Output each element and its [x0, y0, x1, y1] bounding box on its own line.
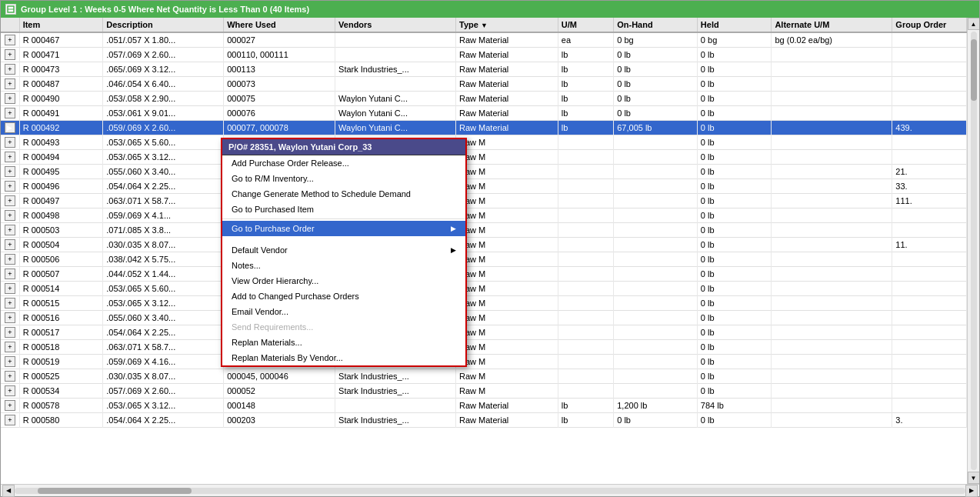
col-header-description[interactable]: Description — [103, 18, 224, 32]
context-menu-item[interactable]: Replan Materials By Vendor... — [222, 350, 465, 365]
scroll-right-button[interactable]: ▶ — [965, 485, 978, 497]
table-row[interactable]: +R 000494.053/.065 X 3.12...000081, 0000… — [1, 150, 967, 165]
expand-cell[interactable]: + — [1, 223, 19, 238]
expand-button[interactable]: + — [5, 269, 15, 279]
expand-cell[interactable]: + — [1, 369, 19, 384]
table-row[interactable]: +R 000498.059/.069 X 4.1...Raw M0 lb — [1, 208, 967, 223]
col-header-where-used[interactable]: Where Used — [224, 18, 335, 32]
expand-button[interactable]: + — [5, 210, 15, 221]
expand-cell[interactable]: + — [1, 399, 19, 413]
expand-cell[interactable]: + — [1, 267, 19, 282]
col-header-item[interactable]: Item — [19, 18, 103, 32]
context-menu-item[interactable]: Replan Materials... — [222, 335, 465, 350]
expand-button[interactable]: + — [5, 415, 15, 425]
expand-cell[interactable]: + — [1, 208, 19, 223]
table-row[interactable]: +R 000487.046/.054 X 6.40...000073Raw Ma… — [1, 77, 967, 92]
table-row[interactable]: +R 000491.053/.061 X 9.01...000076Waylon… — [1, 106, 967, 121]
expand-cell[interactable]: ▶ — [1, 121, 19, 135]
table-row[interactable]: +R 000473.065/.069 X 3.12...000113Stark … — [1, 62, 967, 77]
table-row[interactable]: +R 000493.053/.065 X 5.60...000079, 0000… — [1, 135, 967, 150]
expand-cell[interactable]: + — [1, 355, 19, 369]
expand-button[interactable]: + — [5, 239, 15, 250]
expand-cell[interactable]: + — [1, 194, 19, 208]
expand-button[interactable]: + — [5, 64, 15, 75]
expand-cell[interactable]: + — [1, 77, 19, 92]
col-header-altum[interactable]: Alternate U/M — [772, 18, 892, 32]
expand-cell[interactable]: + — [1, 296, 19, 311]
context-menu-item[interactable]: Add Purchase Order Release... — [222, 155, 465, 171]
table-row[interactable]: +R 000495.055/.060 X 3.40...000083Waylon… — [1, 165, 967, 179]
scroll-track-v[interactable] — [971, 32, 977, 470]
table-row[interactable]: +R 000534.057/.069 X 2.60...000052Stark … — [1, 384, 967, 399]
expand-button[interactable]: + — [5, 93, 15, 104]
table-row[interactable]: +R 000516.055/.060 X 3.40...000195Stark … — [1, 311, 967, 325]
expand-button[interactable]: + — [5, 35, 15, 45]
expand-button[interactable]: + — [5, 78, 15, 89]
expand-button[interactable]: + — [5, 283, 15, 294]
expand-cell[interactable]: + — [1, 311, 19, 325]
context-menu-item[interactable]: Add to Changed Purchase Orders — [222, 289, 465, 304]
expand-cell[interactable]: + — [1, 282, 19, 296]
context-menu-item[interactable]: Change Generate Method to Schedule Deman… — [222, 186, 465, 202]
expand-button[interactable]: + — [5, 385, 15, 396]
expand-cell[interactable]: + — [1, 48, 19, 62]
table-row[interactable]: +R 000525.030/.035 X 8.07...000045, 0000… — [1, 369, 967, 384]
table-row[interactable]: +R 000496.054/.064 X 2.25...P2632250Wayl… — [1, 179, 967, 194]
table-row[interactable]: +R 000497.063/.071 X 58.7...000085, 0000… — [1, 194, 967, 208]
expand-button[interactable]: + — [5, 225, 15, 235]
table-row[interactable]: +R 000578.053/.065 X 3.12...000148Raw Ma… — [1, 399, 967, 413]
table-row[interactable]: +R 000471.057/.069 X 2.60...000110, 0001… — [1, 48, 967, 62]
expand-button[interactable]: + — [5, 342, 15, 352]
scroll-up-button[interactable]: ▲ — [968, 18, 980, 30]
expand-button[interactable]: + — [5, 152, 15, 162]
table-row[interactable]: +R 000514.053/.065 X 5.60...000192, 0001… — [1, 282, 967, 296]
context-menu-item[interactable] — [222, 236, 465, 242]
expand-button[interactable]: + — [5, 400, 15, 411]
expand-cell[interactable]: + — [1, 106, 19, 121]
table-row[interactable]: +R 000506.038/.042 X 5.75...000097, 0000… — [1, 252, 967, 267]
table-row[interactable]: +R 000515.053/.065 X 3.12...000194Stark … — [1, 296, 967, 311]
vertical-scrollbar[interactable]: ▲ ▼ — [967, 18, 979, 484]
expand-cell[interactable]: + — [1, 413, 19, 428]
expand-cell[interactable]: + — [1, 135, 19, 150]
table-row[interactable]: +R 000580.054/.064 X 2.25...000203Stark … — [1, 413, 967, 428]
scroll-left-button[interactable]: ◀ — [2, 485, 15, 497]
table-row[interactable]: +R 000504.030/.035 X 8.07...000095Waylon… — [1, 238, 967, 252]
col-header-onhand[interactable]: On-Hand — [614, 18, 698, 32]
table-row[interactable]: +R 000490.053/.058 X 2.90...000075Waylon… — [1, 92, 967, 106]
col-header-type[interactable]: Type ▼ — [456, 18, 558, 32]
expand-button[interactable]: + — [5, 49, 15, 60]
scroll-thumb-v[interactable] — [971, 39, 977, 101]
expand-cell[interactable]: + — [1, 325, 19, 340]
context-menu-item[interactable]: Go to Purchase Order▶ — [222, 221, 465, 236]
context-menu-item[interactable]: Notes... — [222, 258, 465, 273]
expand-cell[interactable]: + — [1, 165, 19, 179]
context-menu-item[interactable]: View Order Hierarchy... — [222, 273, 465, 289]
expand-cell[interactable]: + — [1, 340, 19, 355]
col-header-grouporder[interactable]: Group Order — [892, 18, 967, 32]
expand-button[interactable]: + — [5, 166, 15, 177]
context-menu-item[interactable]: Go to Purchased Item — [222, 202, 465, 217]
expand-cell[interactable]: + — [1, 62, 19, 77]
expand-cell[interactable]: + — [1, 150, 19, 165]
expand-cell[interactable]: + — [1, 252, 19, 267]
table-row[interactable]: +R 000503.071/.085 X 3.8...Raw M0 lb — [1, 223, 967, 238]
expand-button[interactable]: + — [5, 195, 15, 206]
context-menu-item[interactable]: Default Vendor▶ — [222, 242, 465, 258]
col-header-held[interactable]: Held — [697, 18, 772, 32]
expand-button[interactable]: + — [5, 312, 15, 323]
horizontal-scrollbar[interactable]: ◀ ▶ — [1, 484, 979, 496]
table-container[interactable]: Item Description Where Used Vendors Type… — [1, 18, 967, 484]
context-menu-item[interactable]: Email Vendor... — [222, 304, 465, 319]
table-row[interactable]: +R 000467.051/.057 X 1.80...000027Raw Ma… — [1, 32, 967, 48]
col-header-vendors[interactable]: Vendors — [335, 18, 456, 32]
table-row[interactable]: ▶R 000492.059/.069 X 2.60...000077, 0000… — [1, 121, 967, 135]
expand-cell[interactable]: + — [1, 92, 19, 106]
expand-button[interactable]: + — [5, 298, 15, 309]
table-row[interactable]: +R 000517.054/.064 X 2.25...000034Stark … — [1, 325, 967, 340]
expand-button[interactable]: ▶ — [5, 122, 15, 133]
table-row[interactable]: +R 000507.044/.052 X 1.44...W10003440Ven… — [1, 267, 967, 282]
expand-button[interactable]: + — [5, 371, 15, 382]
scroll-thumb-h[interactable] — [38, 488, 192, 494]
context-menu-item[interactable]: Go to R/M Inventory... — [222, 171, 465, 186]
